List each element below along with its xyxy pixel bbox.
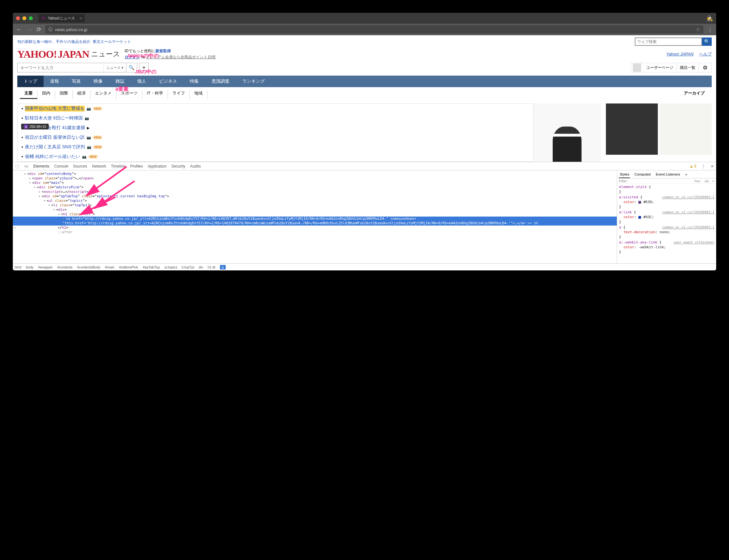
- styles-tab[interactable]: Computed: [634, 172, 651, 178]
- yahoo-logo[interactable]: YAHOO! JAPAN: [17, 48, 89, 60]
- tab-title: Yahoo!ニュース: [48, 16, 75, 21]
- breadcrumb-item[interactable]: body: [26, 265, 34, 269]
- login-link[interactable]: ログイン: [125, 55, 140, 59]
- premium-link[interactable]: プレミアム会員なら全商品ポイント10倍: [146, 55, 215, 59]
- breadcrumb-item[interactable]: ul.topics: [164, 265, 177, 269]
- breadcrumb-item[interactable]: #contentsBody: [77, 265, 100, 269]
- styles-tab[interactable]: Styles: [619, 172, 630, 178]
- reload-icon[interactable]: ⟳: [37, 26, 41, 33]
- sub-nav-item[interactable]: 国際: [55, 90, 73, 99]
- main-nav-item[interactable]: 意識調査: [205, 76, 236, 87]
- devtools-close-icon[interactable]: ×: [711, 163, 714, 169]
- news-item[interactable]: • 俊輔 純粋にボール追いたい 📷 NEW: [18, 152, 533, 161]
- chrome-menu-icon[interactable]: ⋮: [707, 26, 713, 33]
- breadcrumb-item[interactable]: h1.ttl: [208, 265, 215, 269]
- breadcrumb-item[interactable]: #main: [105, 265, 114, 269]
- signup-link[interactable]: 新規取得: [155, 49, 171, 53]
- warnings[interactable]: ▲ 6: [690, 164, 697, 169]
- search-scope-dropdown[interactable]: ニュース ▾: [104, 63, 126, 72]
- browser-tab[interactable]: Y! Yahoo!ニュース ×: [38, 14, 85, 22]
- dom-tree[interactable]: ⋯ ▸<div id="contentsBody"> ▸<span class=…: [13, 170, 617, 263]
- devtools-tab[interactable]: Elements: [33, 164, 49, 169]
- styles-tab[interactable]: Event Listeners: [655, 172, 681, 178]
- sub-nav-item[interactable]: 経済: [73, 90, 90, 99]
- yahoo-japan-link[interactable]: Yahoo! JAPAN: [667, 52, 694, 56]
- help-link[interactable]: ヘルプ: [699, 52, 712, 56]
- news-item[interactable]: • 就寝中の夫を殴打 41歳女逮捕 ▶: [18, 123, 533, 133]
- inspect-icon[interactable]: ⬚: [15, 164, 19, 169]
- news-item[interactable]: • 駐韓日本大使 9日に一時帰国 📷: [18, 113, 533, 123]
- sub-nav-item[interactable]: ライフ: [168, 90, 190, 99]
- devtools-menu-icon[interactable]: ⋮: [701, 164, 706, 169]
- close-dot[interactable]: [16, 16, 20, 20]
- main-nav-item[interactable]: 雑誌: [109, 76, 131, 87]
- main-nav-item[interactable]: 個人: [131, 76, 153, 87]
- breadcrumb-item[interactable]: html: [15, 265, 21, 269]
- breadcrumb-item[interactable]: li.topTpi: [182, 265, 194, 269]
- main-nav-item[interactable]: 特集: [183, 76, 205, 87]
- breadcrumb-item[interactable]: div: [199, 265, 203, 269]
- web-search-button[interactable]: 🔍: [702, 37, 712, 46]
- breadcrumb-item[interactable]: #epTabTop: [143, 265, 160, 269]
- sub-nav-item[interactable]: 主要: [20, 90, 37, 99]
- breadcrumb-item[interactable]: #wrapper: [38, 265, 53, 269]
- main-nav-item[interactable]: ビジネス: [153, 76, 183, 87]
- info-icon[interactable]: ⓘ: [48, 27, 53, 32]
- url-text: news.yahoo.co.jp: [55, 27, 87, 32]
- sub-nav: 主要国内国際経済エンタメスポーツIT・科学ライフ地域アーカイブ: [17, 87, 712, 99]
- close-tab-icon[interactable]: ×: [80, 16, 82, 21]
- min-dot[interactable]: [22, 16, 26, 20]
- max-dot[interactable]: [29, 16, 33, 20]
- url-bar[interactable]: ⓘ news.yahoo.co.jp ☆: [45, 25, 703, 34]
- devtools-tab[interactable]: Application: [148, 164, 167, 169]
- favicon: Y!: [42, 16, 45, 20]
- user-page-link[interactable]: ユーザーページ: [643, 65, 676, 70]
- news-item[interactable]: • 夜だけ開く文具店 SNSで評判 📷 NEW: [18, 142, 533, 152]
- bookmark-star-icon[interactable]: ☆: [696, 27, 700, 32]
- ad-image-building[interactable]: [606, 103, 658, 155]
- main-nav-item[interactable]: 写真: [65, 76, 87, 87]
- main-nav-item[interactable]: ランキング: [236, 76, 271, 87]
- keyword-input[interactable]: [18, 65, 104, 70]
- styles-filter-btn[interactable]: .cls: [704, 179, 709, 183]
- devtools-tab[interactable]: Console: [54, 164, 68, 169]
- devtools-tab[interactable]: Security: [171, 164, 185, 169]
- news-item[interactable]: • 関東甲信の山地 大雪に警戒を 📷 NEW: [18, 104, 533, 113]
- main-nav-item[interactable]: トップ: [17, 76, 44, 87]
- devtools-tab[interactable]: Timeline: [111, 164, 125, 169]
- sub-nav-item[interactable]: IT・科学: [142, 90, 168, 99]
- sub-nav-item[interactable]: スポーツ: [116, 90, 142, 99]
- styles-filter[interactable]: Filter: [619, 179, 627, 183]
- sub-nav-item[interactable]: エンタメ: [90, 90, 116, 99]
- devtools-tab[interactable]: Sources: [73, 164, 87, 169]
- id-login: IDでもっと便利に新規取得 ログイン 🛍 プレミアム会員なら全商品ポイント10倍: [125, 48, 216, 60]
- news-item[interactable]: • 祝日が土曜日 振替休日ない訳 📷 NEW: [18, 133, 533, 142]
- top-promo-link-1[interactable]: 旬の新鮮な食べ物や、手作りの逸品を紹介: [17, 39, 90, 45]
- archive-link[interactable]: アーカイブ: [679, 90, 709, 99]
- ad-image-floorplan[interactable]: [660, 103, 712, 155]
- add-button[interactable]: +: [139, 63, 149, 72]
- gear-icon[interactable]: ⚙: [699, 63, 711, 72]
- breadcrumb-item[interactable]: a: [220, 265, 226, 269]
- devtools-tab[interactable]: Audits: [190, 164, 201, 169]
- sub-nav-item[interactable]: 国内: [37, 90, 55, 99]
- devtools-tab[interactable]: Profiles: [130, 164, 143, 169]
- news-list: • 関東甲信の山地 大雪に警戒を 📷 NEW• 駐韓日本大使 9日に一時帰国 📷…: [17, 103, 534, 162]
- styles-filter-btn[interactable]: +: [712, 179, 714, 183]
- breadcrumb-item[interactable]: #editorsPick: [119, 265, 138, 269]
- styles-filter-btn[interactable]: :hov: [694, 179, 700, 183]
- web-search-input[interactable]: [635, 37, 702, 46]
- keyword-search-button[interactable]: 🔍: [126, 63, 137, 72]
- devtools-tab[interactable]: Network: [92, 164, 106, 169]
- window-dots: [16, 16, 33, 20]
- subscriptions-link[interactable]: 購読一覧: [676, 63, 699, 72]
- main-nav-item[interactable]: 速報: [44, 76, 65, 87]
- breadcrumb-item[interactable]: #contents: [57, 265, 73, 269]
- sub-nav-item[interactable]: 地域: [190, 90, 207, 99]
- back-icon[interactable]: ←: [16, 26, 22, 33]
- news-hero-image: [534, 103, 601, 162]
- avatar[interactable]: [633, 63, 641, 72]
- main-nav-item[interactable]: 映像: [87, 76, 109, 87]
- device-icon[interactable]: ▭: [24, 164, 28, 169]
- top-promo-link-2[interactable]: 東北エールマーケット: [93, 39, 131, 45]
